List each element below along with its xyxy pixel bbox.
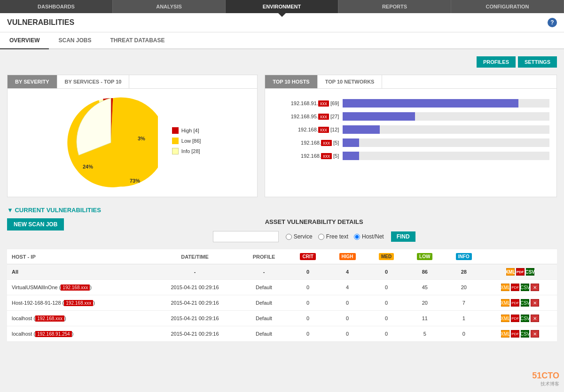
- xml-icon[interactable]: XML: [501, 330, 509, 338]
- tab-overview[interactable]: OVERVIEW: [0, 32, 49, 49]
- svg-text:3%: 3%: [138, 136, 145, 141]
- bar-fill: [343, 112, 415, 121]
- top-buttons: PROFILES SETTINGS: [7, 56, 557, 68]
- tab-top10-hosts[interactable]: TOP 10 HOSTS: [265, 75, 317, 88]
- cell-host: localhost (192.168.xxx): [7, 311, 150, 326]
- nav-analysis[interactable]: ANALYSIS: [113, 0, 226, 13]
- bar-label: 192.168.xxx [12]: [272, 127, 343, 132]
- cell-datetime: 2015-04-21 00:29:16: [150, 295, 239, 311]
- tab-threat-database[interactable]: THREAT DATABASE: [101, 32, 174, 49]
- cell-low: 11: [405, 311, 444, 326]
- cell-crit: 0: [289, 280, 328, 295]
- cell-host: Host-192-168-91-128 (192.168.xxx): [7, 295, 150, 311]
- bar-fill: [343, 125, 380, 134]
- settings-button[interactable]: SETTINGS: [518, 56, 557, 68]
- sub-tabs: OVERVIEW SCAN JOBS THREAT DATABASE: [0, 32, 564, 49]
- find-button[interactable]: FIND: [391, 231, 415, 242]
- pie-legend: High [4] Low [86] Info [28]: [172, 127, 201, 158]
- action-icons: XML PDF CSV: [488, 268, 552, 276]
- severity-chart-body: 3% 73% 24% High [4] Low [86]: [8, 89, 257, 197]
- severity-chart-panel: BY SEVERITY BY SERVICES - TOP 10: [7, 75, 258, 197]
- bar-track: [343, 112, 549, 121]
- cell-info: 28: [444, 264, 483, 280]
- top10-chart-tabs: TOP 10 HOSTS TOP 10 NETWORKS: [265, 75, 556, 89]
- cell-info: 1: [444, 311, 483, 326]
- csv-icon[interactable]: CSV: [521, 284, 529, 291]
- cell-datetime: -: [150, 264, 239, 280]
- xml-icon[interactable]: XML: [506, 268, 515, 276]
- info-badge: INFO: [456, 253, 472, 260]
- cell-med: 0: [368, 264, 406, 280]
- csv-icon[interactable]: CSV: [526, 268, 534, 276]
- radio-service-label: Service: [294, 233, 313, 240]
- nav-dashboards[interactable]: DASHBOARDS: [0, 0, 113, 13]
- search-input[interactable]: [213, 231, 279, 242]
- severity-chart-tabs: BY SEVERITY BY SERVICES - TOP 10: [8, 75, 257, 89]
- cell-high: 0: [327, 326, 367, 342]
- cell-profile: -: [239, 264, 289, 280]
- cell-med: 0: [368, 311, 406, 326]
- cell-high: 0: [327, 311, 367, 326]
- bar-label: 192.168.95.xxx [27]: [272, 114, 343, 119]
- bar-track: [343, 138, 549, 147]
- radio-service[interactable]: Service: [286, 233, 313, 240]
- table-row: All - - 0 4 0 86 28 XML PDF CSV: [7, 264, 557, 280]
- radio-hostnet[interactable]: Host/Net: [354, 233, 384, 240]
- tab-top10-networks[interactable]: TOP 10 NETWORKS: [318, 75, 383, 88]
- col-actions: [484, 249, 557, 264]
- pdf-icon[interactable]: PDF: [511, 284, 519, 291]
- tab-by-severity[interactable]: BY SEVERITY: [8, 75, 57, 88]
- cell-info: 0: [444, 326, 483, 342]
- new-scan-job-button[interactable]: NEW SCAN JOB: [7, 218, 64, 231]
- pdf-icon[interactable]: PDF: [511, 299, 519, 307]
- nav-environment[interactable]: ENVIRONMENT: [226, 0, 338, 13]
- bar-track: [343, 125, 549, 134]
- csv-icon[interactable]: CSV: [521, 330, 529, 338]
- current-vulnerabilities-section: CURRENT VULNERABILITIES NEW SCAN JOB ASS…: [7, 207, 557, 342]
- cell-actions: XML PDF CSV ✕: [484, 295, 557, 311]
- table-row: localhost (192.168.91.254) 2015-04-21 00…: [7, 326, 557, 342]
- delete-icon[interactable]: ✕: [531, 315, 539, 322]
- tab-by-services[interactable]: BY SERVICES - TOP 10: [57, 75, 130, 88]
- profiles-button[interactable]: PROFILES: [477, 56, 516, 68]
- high-badge: HIGH: [339, 253, 356, 260]
- pdf-icon[interactable]: PDF: [511, 315, 519, 322]
- cell-host: All: [7, 264, 150, 280]
- help-icon[interactable]: ?: [548, 18, 557, 27]
- csv-icon[interactable]: CSV: [521, 315, 529, 322]
- bar-track: [343, 152, 549, 160]
- delete-icon[interactable]: ✕: [531, 284, 539, 291]
- cell-actions: XML PDF CSV ✕: [484, 280, 557, 295]
- col-crit: CRIT: [289, 249, 328, 264]
- radio-group: Service Free text Host/Net: [286, 233, 384, 240]
- xml-icon[interactable]: XML: [501, 315, 509, 322]
- tab-scan-jobs[interactable]: SCAN JOBS: [49, 32, 101, 49]
- bar-label: 192.168.xxx [5]: [272, 153, 343, 159]
- current-vulnerabilities-header[interactable]: CURRENT VULNERABILITIES: [7, 207, 557, 214]
- nav-configuration[interactable]: CONFIGURATION: [451, 0, 564, 13]
- xml-icon[interactable]: XML: [501, 299, 509, 307]
- table-row: Host-192-168-91-128 (192.168.xxx) 2015-0…: [7, 295, 557, 311]
- bar-row: 192.168.xxx [5]: [272, 138, 549, 148]
- csv-icon[interactable]: CSV: [521, 299, 529, 307]
- svg-text:73%: 73%: [130, 178, 140, 184]
- nav-reports[interactable]: REPORTS: [338, 0, 451, 13]
- table-row: localhost (192.168.xxx) 2015-04-21 00:29…: [7, 311, 557, 326]
- legend-info-dot: [172, 148, 179, 154]
- cell-low: 5: [405, 326, 444, 342]
- xml-icon[interactable]: XML: [501, 284, 509, 291]
- delete-icon[interactable]: ✕: [531, 330, 539, 338]
- legend-info-label: Info [28]: [181, 148, 200, 154]
- cell-high: 4: [327, 280, 367, 295]
- cell-info: 7: [444, 295, 483, 311]
- legend-high-label: High [4]: [181, 128, 199, 133]
- pdf-icon[interactable]: PDF: [511, 330, 519, 338]
- pdf-icon[interactable]: PDF: [516, 268, 525, 276]
- radio-freetext[interactable]: Free text: [318, 233, 348, 240]
- svg-text:24%: 24%: [83, 164, 93, 169]
- delete-icon[interactable]: ✕: [531, 299, 539, 307]
- cell-datetime: 2015-04-21 00:29:16: [150, 326, 239, 342]
- bar-row: 192.168.91.xxx [69]: [272, 98, 549, 108]
- med-badge: MED: [379, 253, 394, 260]
- top10-chart-body: 192.168.91.xxx [69] 192.168.95.xxx [27] …: [265, 89, 556, 192]
